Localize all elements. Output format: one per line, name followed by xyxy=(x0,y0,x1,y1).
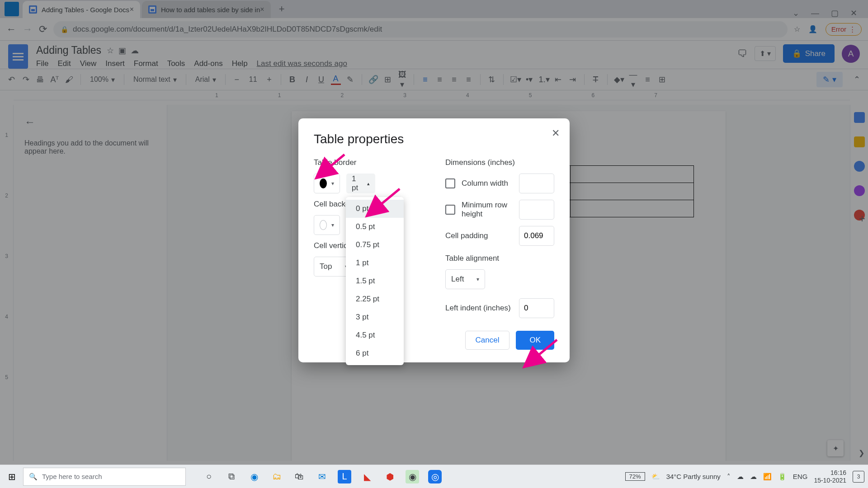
mcafee-icon[interactable]: ◣ xyxy=(360,470,374,483)
cortana-icon[interactable]: ○ xyxy=(202,470,216,483)
column-width-checkbox[interactable] xyxy=(445,178,455,188)
pt-option[interactable]: 0.5 pt xyxy=(346,218,404,236)
cancel-button[interactable]: Cancel xyxy=(465,331,510,350)
windows-taskbar: ⊞ 🔍 Type here to search ○ ⧉ ◉ 🗂 🛍 ✉ L ◣ … xyxy=(0,465,868,488)
search-placeholder: Type here to search xyxy=(42,473,102,480)
border-width-select[interactable]: 1 pt ▴ xyxy=(346,174,375,193)
column-width-input[interactable] xyxy=(519,174,554,193)
pt-option[interactable]: 2.25 pt xyxy=(346,290,404,308)
search-icon: 🔍 xyxy=(29,473,38,481)
battery-icon[interactable]: 🔋 xyxy=(778,473,787,481)
table-alignment-select[interactable]: Left ▾ xyxy=(445,269,485,289)
pt-option[interactable]: 1.5 pt xyxy=(346,272,404,290)
table-alignment-label: Table alignment xyxy=(445,254,554,263)
cell-padding-input[interactable] xyxy=(519,226,554,246)
color-swatch-icon xyxy=(320,220,327,230)
battery-indicator[interactable]: 72% xyxy=(625,472,645,481)
row-height-input[interactable] xyxy=(519,200,554,220)
wifi-icon[interactable]: 📶 xyxy=(763,473,772,481)
pt-option[interactable]: 1 pt xyxy=(346,254,404,272)
pt-option[interactable]: 0.75 pt xyxy=(346,236,404,254)
taskbar-clock[interactable]: 16:16 15-10-2021 xyxy=(814,469,846,484)
left-indent-input[interactable] xyxy=(519,298,554,318)
ok-button[interactable]: OK xyxy=(516,331,554,350)
explorer-icon[interactable]: 🗂 xyxy=(270,470,283,483)
camera-icon[interactable]: ◎ xyxy=(428,470,442,483)
pt-option[interactable]: 4.5 pt xyxy=(346,326,404,344)
start-button[interactable]: ⊞ xyxy=(4,471,20,482)
cell-bg-color-button[interactable]: ▾ xyxy=(314,215,340,235)
meetnow-icon[interactable]: ☁ xyxy=(750,473,757,481)
tray-chevron-icon[interactable]: ˄ xyxy=(727,473,731,481)
taskview-icon[interactable]: ⧉ xyxy=(225,470,238,483)
border-section-label: Table border xyxy=(314,158,423,167)
office-icon[interactable]: ⬢ xyxy=(383,470,396,483)
dimensions-label: Dimensions (inches) xyxy=(445,158,554,167)
border-width-menu: 0 pt 0.5 pt 0.75 pt 1 pt 1.5 pt 2.25 pt … xyxy=(346,197,404,365)
onedrive-icon[interactable]: ☁ xyxy=(737,473,744,481)
dialog-title: Table properties xyxy=(314,132,554,146)
dialog-close-icon[interactable]: ✕ xyxy=(552,127,560,139)
action-center-icon[interactable]: 3 xyxy=(853,471,864,483)
pt-option[interactable]: 6 pt xyxy=(346,344,404,362)
chevron-down-icon: ▾ xyxy=(331,180,334,187)
chevron-down-icon: ▾ xyxy=(331,222,334,228)
cell-bg-label: Cell background color xyxy=(314,200,350,209)
row-height-label: Minimum row height xyxy=(462,201,513,219)
chrome-icon[interactable]: ◉ xyxy=(406,470,419,483)
table-properties-dialog: ✕ Table properties Table border ▾ 1 pt ▴… xyxy=(298,118,570,362)
row-height-checkbox[interactable] xyxy=(445,205,455,215)
pt-option[interactable]: 3 pt xyxy=(346,308,404,326)
app-l-icon[interactable]: L xyxy=(338,470,351,483)
pt-option[interactable]: 0 pt xyxy=(346,200,404,218)
cell-padding-label: Cell padding xyxy=(445,231,513,240)
weather-icon[interactable]: ⛅ xyxy=(651,473,660,481)
edge-icon[interactable]: ◉ xyxy=(247,470,261,483)
taskbar-search[interactable]: 🔍 Type here to search xyxy=(23,468,186,486)
store-icon[interactable]: 🛍 xyxy=(292,470,306,483)
column-width-label: Column width xyxy=(462,179,513,188)
vert-align-label: Cell vertic xyxy=(314,241,350,250)
mail-icon[interactable]: ✉ xyxy=(315,470,329,483)
left-indent-label: Left indent (inches) xyxy=(445,304,513,313)
weather-text[interactable]: 34°C Partly sunny xyxy=(666,473,721,480)
language-indicator[interactable]: ENG xyxy=(793,473,808,480)
chevron-down-icon: ▾ xyxy=(476,276,479,282)
chevron-up-icon: ▴ xyxy=(367,181,370,187)
color-swatch-icon xyxy=(320,178,327,188)
border-color-button[interactable]: ▾ xyxy=(314,174,340,193)
